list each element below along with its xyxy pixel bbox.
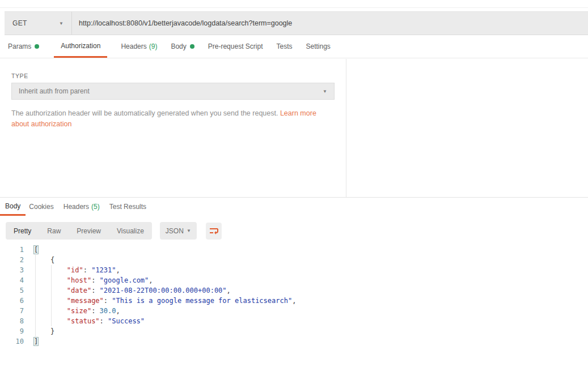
method-select[interactable]: GET ▼ [5, 12, 72, 35]
method-label: GET [12, 19, 27, 27]
tab-headers-label: Headers [121, 42, 146, 50]
response-tab-cookies[interactable]: Cookies [29, 198, 53, 216]
response-tabs: Body Cookies Headers (5) Test Results [0, 198, 588, 216]
tab-settings-label: Settings [306, 42, 331, 50]
response-tab-headers-label: Headers [64, 203, 89, 211]
line-number: 5 [0, 285, 25, 296]
response-tab-headers-count: (5) [91, 203, 100, 211]
code-line: 8 "status": "Success" [0, 316, 588, 326]
line-number: 3 [0, 265, 25, 275]
tab-headers[interactable]: Headers (9) [121, 35, 157, 58]
tab-pre-request-script-label: Pre-request Script [208, 42, 263, 50]
code-line: 5 "date": "2021-08-22T00:00:00.000+00:00… [0, 285, 588, 296]
tab-body[interactable]: Body [171, 35, 194, 58]
response-tab-cookies-label: Cookies [29, 203, 53, 211]
code-lines: 1[2 {3 "id": "1231",4 "host": "google.co… [0, 245, 588, 347]
code-line: 3 "id": "1231", [0, 265, 588, 275]
code-line: 1[ [0, 245, 588, 255]
tab-authorization[interactable]: Authorization [54, 35, 107, 58]
response-toolbar: Pretty Raw Preview Visualize JSON ▼ [0, 222, 588, 240]
green-dot-icon [35, 44, 39, 49]
green-dot-icon [190, 44, 194, 49]
wrap-text-icon [209, 227, 218, 235]
line-number: 9 [0, 326, 25, 336]
auth-description: The authorization header will be automat… [11, 108, 324, 130]
auth-type-value: Inherit auth from parent [19, 87, 90, 95]
panel-vertical-divider [346, 59, 346, 197]
view-visualize[interactable]: Visualize [109, 222, 152, 240]
code-line: 7 "size": 30.0, [0, 306, 588, 316]
response-tab-headers[interactable]: Headers (5) [64, 198, 100, 216]
chevron-down-icon: ▼ [187, 228, 191, 233]
response-tab-body[interactable]: Body [0, 198, 26, 216]
auth-type-label: TYPE [11, 72, 28, 79]
request-url-bar: GET ▼ http://localhost:8080/v1/betterjav… [5, 11, 588, 35]
format-label: JSON [166, 227, 184, 235]
tab-tests-label: Tests [276, 42, 292, 50]
line-number: 7 [0, 306, 25, 316]
line-number: 10 [0, 336, 25, 347]
code-line: 4 "host": "google.com", [0, 275, 588, 285]
auth-description-text: The authorization header will be automat… [11, 109, 280, 117]
auth-type-select[interactable]: Inherit auth from parent ▼ [11, 83, 335, 100]
wrap-text-button[interactable] [206, 223, 222, 240]
url-text: http://localhost:8080/v1/betterjavacode/… [79, 19, 292, 27]
tab-body-label: Body [171, 42, 186, 50]
line-number: 4 [0, 275, 25, 285]
response-view-switcher: Pretty Raw Preview Visualize [6, 222, 152, 240]
view-pretty[interactable]: Pretty [6, 222, 39, 240]
tab-headers-count: (9) [149, 42, 158, 50]
format-select[interactable]: JSON ▼ [160, 222, 197, 240]
indent-guide [35, 255, 36, 336]
tab-tests[interactable]: Tests [276, 35, 292, 58]
view-preview[interactable]: Preview [69, 222, 109, 240]
response-tab-test-results-label: Test Results [109, 203, 146, 211]
response-body-code[interactable]: 1[2 {3 "id": "1231",4 "host": "google.co… [0, 245, 588, 347]
line-number: 2 [0, 255, 25, 265]
tab-params-label: Params [8, 42, 31, 50]
code-line: 6 "message": "This is a google message f… [0, 296, 588, 306]
tab-settings[interactable]: Settings [306, 35, 331, 58]
response-tab-body-label: Body [5, 202, 20, 210]
url-input[interactable]: http://localhost:8080/v1/betterjavacode/… [72, 12, 588, 35]
code-line: 2 { [0, 255, 588, 265]
code-line: 9 } [0, 326, 588, 336]
top-hairline [0, 7, 588, 8]
code-line: 10] [0, 336, 588, 347]
line-number: 6 [0, 296, 25, 306]
line-number: 8 [0, 316, 25, 326]
chevron-down-icon: ▼ [323, 89, 327, 94]
request-tabs: Params Authorization Headers (9) Body Pr… [0, 35, 588, 58]
chevron-down-icon: ▼ [59, 21, 64, 26]
response-tab-test-results[interactable]: Test Results [109, 198, 146, 216]
indent-guide [51, 265, 52, 326]
tab-params[interactable]: Params [8, 35, 39, 58]
tab-authorization-label: Authorization [61, 42, 100, 50]
view-raw[interactable]: Raw [39, 222, 69, 240]
line-number: 1 [0, 245, 25, 255]
tab-pre-request-script[interactable]: Pre-request Script [208, 35, 263, 58]
